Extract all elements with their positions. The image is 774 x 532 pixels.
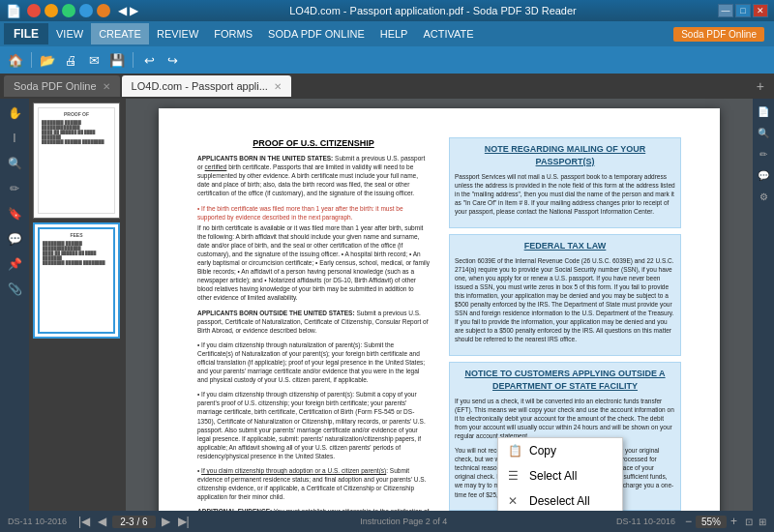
fit-width-button[interactable]: ⊡ xyxy=(745,517,753,527)
citizenship-naturalization: • If you claim citizenship through natur… xyxy=(197,340,430,384)
next-page-button[interactable]: ▶ xyxy=(160,515,172,528)
page-display: 2-3 / 6 xyxy=(112,516,155,528)
print-icon[interactable]: 🖨 xyxy=(61,50,80,70)
citizenship-text-red: • If the birth certificate was filed mor… xyxy=(197,204,430,222)
open-icon[interactable]: 📂 xyxy=(38,50,57,70)
email-icon[interactable]: ✉ xyxy=(84,50,104,70)
soda-online-button[interactable]: Soda PDF Online xyxy=(673,27,764,42)
citizenship-if-applicable: • If you claim citizenship through adopt… xyxy=(197,466,430,501)
back-icon[interactable]: ◀ xyxy=(118,4,127,17)
panel-icon-5[interactable]: ⚙ xyxy=(755,188,772,205)
status-bar: DS-11 10-2016 |◀ ◀ 2-3 / 6 ▶ ▶| Instruct… xyxy=(0,511,774,532)
tab-label: Soda PDF Online xyxy=(14,80,97,92)
stamp-icon[interactable]: 📌 xyxy=(4,253,25,275)
thumbnail-page1[interactable]: PROOF OF ████████ ██████ ██████████████ … xyxy=(33,103,120,219)
federal-tax-text: Section 6039E of the Internal Revenue Co… xyxy=(455,256,675,344)
panel-icon-4[interactable]: 💬 xyxy=(755,166,772,184)
deselect-all-icon: ✕ xyxy=(508,494,521,508)
help-menu[interactable]: HELP xyxy=(372,23,416,44)
comment-icon[interactable]: 💬 xyxy=(4,228,25,250)
citizenship-text-no-cert: If no birth certificate is available or … xyxy=(197,223,430,303)
citizenship-additional: • If you claim citizenship through citiz… xyxy=(197,390,430,460)
copy-menu-item[interactable]: 📋 Copy xyxy=(498,438,622,463)
attach-icon[interactable]: 📎 xyxy=(4,279,25,300)
app-icon: 📄 xyxy=(6,4,21,18)
deselect-all-menu-item[interactable]: ✕ Deselect All xyxy=(498,488,622,511)
federal-tax-title: FEDERAL TAX LAW xyxy=(455,240,675,252)
redo-icon[interactable]: ↪ xyxy=(163,50,182,70)
select-all-label: Select All xyxy=(529,469,577,483)
left-sidebar: ✋ I 🔍 ✏ 🔖 💬 📌 📎 xyxy=(0,99,29,511)
total-pages: 6 xyxy=(142,517,148,527)
ds-number-left: DS-11 10-2016 xyxy=(8,517,67,526)
save-icon[interactable]: 💾 xyxy=(107,50,127,70)
file-menu[interactable]: FILE xyxy=(4,23,48,44)
note-mailing-text: Passport Services will not mail a U.S. p… xyxy=(455,172,675,216)
review-menu[interactable]: REVIEW xyxy=(149,23,206,44)
title-bar: 📄 ◀ ▶ LO4D.com - Passport application.pd… xyxy=(0,0,774,21)
section-citizenship-title: PROOF OF U.S. CITIZENSHIP xyxy=(197,137,430,150)
soda-online-menu[interactable]: SODA PDF ONLINE xyxy=(260,23,372,44)
fit-page-button[interactable]: ⊞ xyxy=(759,517,766,527)
create-menu[interactable]: CREATE xyxy=(91,23,149,44)
close-button[interactable]: ✕ xyxy=(753,4,768,17)
pdf-page: PROOF OF U.S. CITIZENSHIP APPLICANTS BOR… xyxy=(159,108,720,511)
deselect-all-label: Deselect All xyxy=(529,494,590,508)
context-menu: 📋 Copy ☰ Select All ✕ Deselect All xyxy=(497,437,623,511)
tab-close-soda[interactable]: ✕ xyxy=(103,81,110,92)
citizenship-text-born-us: APPLICANTS BORN IN THE UNITED STATES: Su… xyxy=(197,154,430,197)
tab-passport[interactable]: LO4D.com - Passport appli... ✕ xyxy=(122,75,291,97)
tab-label: LO4D.com - Passport appli... xyxy=(132,80,268,92)
panel-icon-3[interactable]: ✏ xyxy=(755,145,772,163)
forms-menu[interactable]: FORMS xyxy=(206,23,260,44)
right-sidebar: 📄 🔍 ✏ 💬 ⚙ xyxy=(753,99,774,511)
hand-tool-icon[interactable]: ✋ xyxy=(4,103,25,124)
panel-icon-2[interactable]: 🔍 xyxy=(755,124,772,141)
panel-icon-1[interactable]: 📄 xyxy=(755,103,772,120)
citizenship-additional-evidence: ADDITIONAL EVIDENCE: You must establish … xyxy=(197,507,430,511)
view-menu[interactable]: VIEW xyxy=(48,23,91,44)
zoom-in-icon[interactable]: 🔍 xyxy=(4,153,25,174)
forward-icon[interactable]: ▶ xyxy=(130,4,138,17)
select-all-icon: ☰ xyxy=(508,469,521,483)
copy-label: Copy xyxy=(529,444,556,458)
activate-menu[interactable]: ACTIVATE xyxy=(415,23,481,44)
copy-icon: 📋 xyxy=(508,444,521,458)
thumbnail-panel: PROOF OF ████████ ██████ ██████████████ … xyxy=(29,99,126,511)
ds-number-right: DS-11 10-2016 xyxy=(616,517,675,526)
window-title: LO4D.com - Passport application.pdf - So… xyxy=(148,5,718,16)
new-tab-button[interactable]: + xyxy=(751,78,770,94)
zoom-out-button[interactable]: − xyxy=(685,515,692,528)
first-page-button[interactable]: |◀ xyxy=(76,515,92,528)
zoom-level: 55% xyxy=(696,516,727,528)
minimize-button[interactable]: — xyxy=(718,4,733,17)
eft-notice-title: NOTICE TO CUSTOMERS APPLYING OUTSIDE A D… xyxy=(455,368,675,393)
zoom-in-button[interactable]: + xyxy=(730,515,737,528)
citizenship-born-outside: APPLICANTS BORN OUTSIDE THE UNITED STATE… xyxy=(197,309,430,335)
last-page-button[interactable]: ▶| xyxy=(176,515,192,528)
eft-notice-text: If you send us a check, it will be conve… xyxy=(455,397,675,440)
text-select-icon[interactable]: I xyxy=(4,128,25,149)
thumbnail-page2[interactable]: FEES ████████ ██████ ██████████████ ████… xyxy=(33,222,120,339)
undo-icon[interactable]: ↩ xyxy=(139,50,159,70)
pdf-content-area[interactable]: PROOF OF U.S. CITIZENSHIP APPLICANTS BOR… xyxy=(126,99,753,511)
tab-soda-online[interactable]: Soda PDF Online ✕ xyxy=(4,75,120,97)
tab-close-passport[interactable]: ✕ xyxy=(274,81,282,92)
instruction-status: Instruction Page 2 of 4 xyxy=(360,517,447,526)
prev-page-button[interactable]: ◀ xyxy=(96,515,108,528)
annotate-icon[interactable]: ✏ xyxy=(4,178,25,199)
current-pages: 2-3 xyxy=(120,517,134,527)
maximize-button[interactable]: □ xyxy=(735,4,751,17)
home-icon[interactable]: 🏠 xyxy=(6,50,25,70)
select-all-menu-item[interactable]: ☰ Select All xyxy=(498,463,622,488)
bookmark-icon[interactable]: 🔖 xyxy=(4,203,25,224)
note-mailing-title: NOTE REGARDING MAILING OF YOUR PASSPORT(… xyxy=(455,143,675,168)
